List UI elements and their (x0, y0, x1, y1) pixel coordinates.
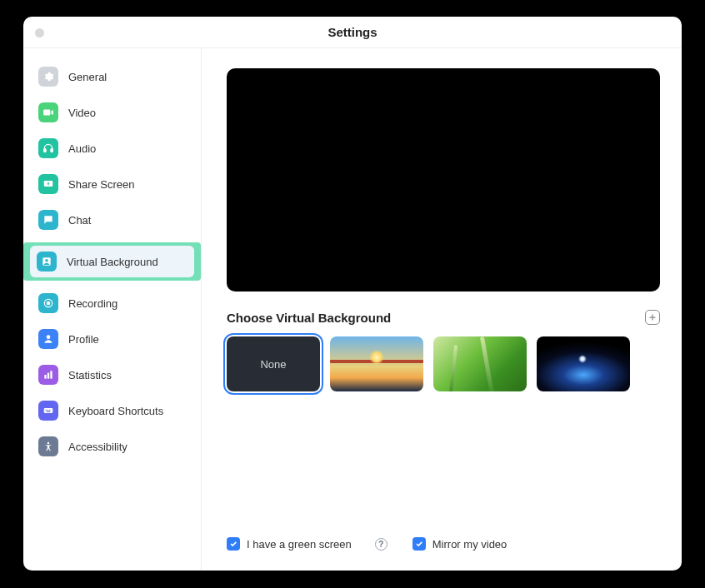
sidebar-item-label: Chat (68, 214, 91, 227)
thumb-none-label: None (260, 358, 286, 371)
svg-rect-1 (51, 149, 52, 152)
sidebar-item-label: Video (68, 107, 96, 119)
sidebar-item-keyboard-shortcuts[interactable]: Keyboard Shortcuts (27, 397, 198, 424)
checkbox-checked-icon (412, 537, 426, 551)
mirror-video-label: Mirror my video (432, 538, 508, 551)
svg-rect-15 (47, 411, 51, 412)
statistics-icon (38, 365, 58, 385)
add-background-button[interactable] (645, 310, 660, 325)
svg-point-16 (48, 442, 49, 444)
titlebar: Settings (23, 17, 682, 48)
headphones-icon (38, 138, 58, 158)
sidebar-item-label: General (68, 71, 107, 83)
green-screen-checkbox[interactable]: I have a green screen (227, 537, 352, 551)
sidebar-item-virtual-background[interactable]: Virtual Background (23, 242, 201, 281)
profile-icon (38, 329, 58, 349)
svg-point-7 (47, 335, 51, 339)
chat-icon (38, 210, 58, 230)
sidebar-item-profile[interactable]: Profile (27, 326, 198, 352)
sidebar-item-chat[interactable]: Chat (27, 207, 198, 233)
help-icon[interactable]: ? (375, 538, 388, 551)
sidebar-item-label: Recording (68, 297, 118, 310)
sidebar-item-video[interactable]: Video (27, 99, 198, 126)
video-preview (227, 68, 660, 292)
sidebar-item-share-screen[interactable]: Share Screen (27, 171, 198, 197)
background-thumb-none[interactable]: None (227, 336, 320, 391)
sidebar-item-label: Accessibility (68, 441, 128, 453)
svg-rect-0 (44, 149, 46, 152)
sidebar: General Video Audio Share Screen (23, 48, 202, 571)
content-area: General Video Audio Share Screen (23, 48, 682, 571)
window-title: Settings (328, 25, 377, 39)
share-screen-icon (38, 174, 58, 194)
traffic-light-close[interactable] (35, 28, 44, 37)
choose-background-label: Choose Virtual Background (227, 311, 391, 325)
sidebar-item-statistics[interactable]: Statistics (27, 361, 198, 388)
accessibility-icon (38, 436, 58, 456)
footer-options: I have a green screen ? Mirror my video (227, 537, 660, 556)
virtual-background-icon (37, 252, 57, 272)
sidebar-item-label: Keyboard Shortcuts (68, 405, 163, 417)
background-thumb-grass[interactable] (433, 336, 527, 391)
video-icon (38, 102, 58, 122)
background-grid: None (227, 336, 660, 391)
main-panel: Choose Virtual Background None (202, 48, 682, 571)
green-screen-label: I have a green screen (247, 538, 352, 551)
mirror-video-checkbox[interactable]: Mirror my video (412, 537, 508, 551)
window-controls (35, 28, 44, 37)
sidebar-item-audio[interactable]: Audio (27, 135, 198, 162)
sidebar-item-label: Virtual Background (67, 256, 158, 268)
svg-rect-14 (49, 410, 50, 411)
sidebar-item-label: Audio (68, 142, 96, 155)
sidebar-item-label: Profile (68, 333, 99, 346)
svg-rect-10 (50, 371, 52, 378)
sidebar-item-label: Statistics (68, 369, 112, 381)
recording-icon (38, 293, 58, 313)
svg-rect-13 (48, 410, 48, 411)
svg-point-6 (47, 301, 50, 305)
sidebar-item-label: Share Screen (68, 178, 135, 191)
sidebar-item-recording[interactable]: Recording (27, 290, 198, 316)
gear-icon (38, 67, 58, 87)
settings-window: Settings General Video Audio (23, 17, 682, 571)
sidebar-item-accessibility[interactable]: Accessibility (27, 433, 198, 460)
sidebar-item-general[interactable]: General (27, 63, 198, 90)
svg-rect-9 (48, 373, 49, 379)
checkbox-checked-icon (227, 537, 240, 551)
keyboard-icon (38, 401, 58, 421)
background-thumb-space[interactable] (537, 336, 630, 391)
svg-rect-12 (46, 410, 47, 411)
choose-background-header: Choose Virtual Background (227, 310, 660, 325)
background-thumb-bridge[interactable] (330, 336, 423, 391)
svg-point-4 (45, 259, 48, 262)
svg-rect-8 (44, 375, 46, 379)
